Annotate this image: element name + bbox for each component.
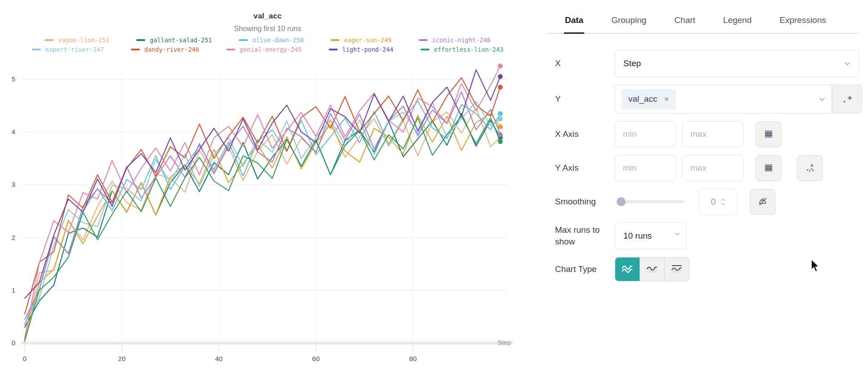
x-row: X Step — [555, 50, 859, 77]
disable-smoothing-original-button[interactable] — [750, 189, 775, 215]
y-label: Y — [555, 93, 615, 105]
legend-item[interactable]: iconic-night-248 — [419, 36, 491, 44]
x-tick-label: 80 — [409, 355, 417, 362]
minmax-plot-icon — [670, 263, 684, 275]
legend-run-name: eager-sun-249 — [344, 36, 392, 44]
legend-item[interactable]: genial-energy-245 — [226, 45, 302, 54]
y-axis-min-input[interactable] — [615, 155, 676, 181]
x-label: X — [555, 58, 615, 69]
run-end-dot[interactable] — [498, 63, 503, 68]
chevron-down-icon — [819, 97, 825, 101]
max-runs-select[interactable]: 10 runs — [615, 222, 687, 249]
run-end-dot[interactable] — [498, 116, 503, 121]
y-tick-label: 2 — [12, 234, 15, 241]
y-tick-label: 0 — [12, 339, 15, 347]
run-end-dot[interactable] — [498, 124, 503, 129]
scale-bars-icon — [764, 129, 774, 139]
legend-run-name: dandy-river-246 — [144, 45, 199, 54]
run-line[interactable] — [25, 108, 500, 340]
x-metric-select[interactable]: Step — [615, 50, 859, 77]
chart-title: val_acc — [0, 12, 535, 21]
x-axis-max-input[interactable] — [682, 121, 743, 147]
run-line[interactable] — [25, 116, 500, 340]
legend-run-name: iconic-night-248 — [432, 36, 491, 44]
line-plot-icon — [621, 263, 634, 275]
y-tick-label: 3 — [12, 181, 15, 188]
x-axis-label: X Axis — [555, 128, 615, 140]
run-chart-panel: val_acc Showing first 10 runs vague-lion… — [0, 0, 535, 380]
smoothing-stepper[interactable] — [721, 199, 725, 205]
x-tick-label: 40 — [215, 355, 223, 362]
run-line[interactable] — [25, 66, 500, 338]
y-metric-tag[interactable]: val_acc × — [622, 89, 676, 109]
legend-item[interactable]: expert-river-247 — [32, 45, 104, 54]
legend-dash-icon — [329, 49, 338, 50]
panel-tabs: Data Grouping Chart Legend Expressions — [548, 11, 859, 34]
y-axis-row: Y Axis — [555, 155, 859, 181]
run-end-dot[interactable] — [498, 85, 503, 90]
tab-grouping[interactable]: Grouping — [610, 11, 647, 33]
x-axis-row: X Axis — [555, 121, 859, 147]
run-line[interactable] — [25, 113, 500, 342]
y-metric-multiselect[interactable]: val_acc × — [615, 85, 832, 113]
chart-type-area-button[interactable] — [640, 258, 664, 281]
smoothing-label: Smoothing — [555, 196, 615, 208]
area-plot-icon — [645, 263, 659, 275]
ignore-outliers-button[interactable] — [797, 155, 823, 181]
max-runs-value: 10 runs — [623, 231, 652, 241]
max-runs-label: Max runs to show — [555, 224, 615, 247]
tab-chart[interactable]: Chart — [673, 11, 696, 33]
chart-legend: vague-lion-252gallant-salad-251olive-daw… — [0, 36, 535, 54]
legend-item[interactable]: effortless-lion-243 — [421, 45, 503, 54]
legend-run-name: gallant-salad-251 — [150, 36, 212, 44]
x-tick-label: 0 — [23, 355, 27, 362]
smoothing-slider[interactable] — [618, 200, 685, 203]
legend-item[interactable]: light-pond-244 — [329, 45, 394, 54]
legend-item[interactable]: olive-dawn-250 — [239, 36, 304, 44]
x-axis-log-scale-button[interactable] — [756, 122, 781, 147]
tab-legend[interactable]: Legend — [722, 11, 752, 33]
legend-run-name: genial-energy-245 — [240, 45, 302, 54]
run-line[interactable] — [25, 70, 500, 299]
smoothing-row: Smoothing 0 — [555, 189, 859, 215]
x-axis-title: Step — [497, 339, 511, 346]
tab-data[interactable]: Data — [564, 11, 584, 34]
run-line[interactable] — [25, 78, 500, 314]
smoothing-slider-thumb[interactable] — [617, 197, 626, 206]
x-tick-label: 60 — [312, 355, 320, 362]
y-metric-tag-label: val_acc — [628, 94, 657, 104]
legend-dash-icon — [45, 39, 54, 41]
run-end-dot[interactable] — [498, 111, 503, 116]
line-chart[interactable]: 020406080012345Step — [0, 59, 535, 380]
stepper-down-icon — [721, 203, 725, 205]
y-axis-log-scale-button[interactable] — [756, 155, 781, 181]
legend-dash-icon — [239, 39, 248, 41]
remove-metric-icon[interactable]: × — [664, 94, 669, 104]
chart-type-row: Chart Type — [555, 257, 859, 281]
legend-item[interactable]: vague-lion-252 — [45, 36, 109, 44]
legend-run-name: effortless-lion-243 — [434, 45, 503, 54]
legend-item[interactable]: gallant-salad-251 — [136, 36, 212, 44]
legend-item[interactable]: dandy-river-246 — [131, 45, 199, 54]
run-end-dot[interactable] — [498, 74, 503, 79]
tab-expressions[interactable]: Expressions — [779, 11, 827, 33]
legend-run-name: vague-lion-252 — [58, 36, 109, 44]
chart-type-minmax-button[interactable] — [664, 258, 689, 281]
y-axis-max-input[interactable] — [682, 155, 743, 181]
legend-run-name: olive-dawn-250 — [252, 36, 304, 44]
run-end-dot[interactable] — [498, 139, 503, 144]
legend-dash-icon — [32, 49, 41, 50]
chart-type-line-button[interactable] — [615, 258, 640, 281]
chevron-down-icon — [675, 232, 680, 236]
y-axis-label: Y Axis — [555, 162, 615, 174]
legend-dash-icon — [421, 49, 430, 50]
legend-item[interactable]: eager-sun-249 — [331, 36, 392, 44]
regex-toggle-button[interactable]: .* — [832, 85, 862, 113]
smoothing-value-input[interactable]: 0 — [698, 189, 738, 215]
chart-type-label: Chart Type — [555, 263, 615, 275]
max-runs-row: Max runs to show 10 runs — [555, 222, 859, 249]
x-axis-min-input[interactable] — [615, 121, 676, 147]
legend-dash-icon — [131, 49, 140, 50]
y-tick-label: 1 — [12, 286, 15, 294]
smoothing-value: 0 — [711, 197, 716, 207]
